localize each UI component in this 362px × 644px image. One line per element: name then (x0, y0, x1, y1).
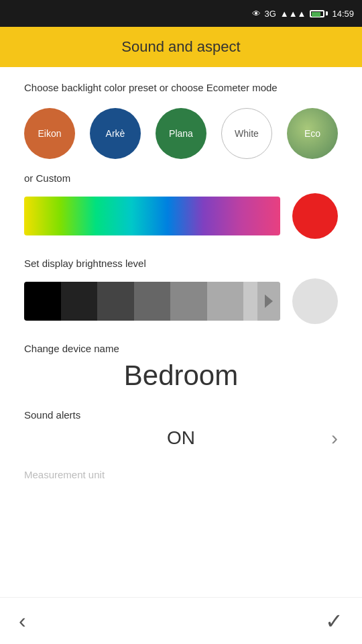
status-bar: 👁 3G ▲▲▲ 14:59 (0, 0, 362, 27)
bottom-nav: ‹ ✓ (0, 597, 362, 644)
sound-alerts-row: ON › (24, 427, 338, 449)
spectrum-picker[interactable] (24, 197, 280, 235)
main-content: Choose backlight color preset or choose … (0, 67, 362, 494)
preset-plana-label: Plana (169, 128, 193, 139)
sound-alerts-chevron[interactable]: › (331, 427, 338, 449)
custom-label: or Custom (24, 172, 338, 184)
preset-arke[interactable]: Arkè (90, 108, 141, 159)
brightness-thumb[interactable] (257, 282, 280, 321)
preset-eco[interactable]: Eco (287, 108, 338, 159)
brightness-knob[interactable] (292, 278, 338, 324)
color-presets-row: Eikon Arkè Plana White Eco (24, 108, 338, 159)
network-label: 3G (265, 9, 276, 19)
preset-eikon-label: Eikon (38, 128, 61, 139)
backlight-description: Choose backlight color preset or choose … (24, 80, 338, 95)
preset-plana[interactable]: Plana (156, 108, 206, 159)
device-name-value[interactable]: Bedroom (24, 360, 338, 392)
measurement-unit-label: Measurement unit (24, 469, 338, 480)
time-label: 14:59 (332, 9, 354, 19)
custom-color-row (24, 193, 338, 239)
preset-arke-label: Arkè (106, 128, 125, 139)
nav-back-button[interactable]: ‹ (19, 608, 26, 633)
brightness-row (24, 278, 338, 324)
nav-confirm-button[interactable]: ✓ (325, 608, 343, 634)
preset-white[interactable]: White (221, 108, 272, 159)
selected-color-swatch[interactable] (292, 193, 338, 239)
battery-icon (310, 10, 328, 17)
header: Sound and aspect (0, 27, 362, 67)
brightness-slider[interactable] (24, 282, 280, 321)
preset-white-label: White (235, 128, 259, 139)
bars-icon: ▲▲▲ (280, 9, 306, 19)
page-title: Sound and aspect (121, 38, 240, 56)
preset-eikon[interactable]: Eikon (24, 108, 75, 159)
sound-alerts-label: Sound alerts (24, 409, 338, 421)
preset-eco-label: Eco (304, 128, 320, 139)
sound-alerts-value: ON (24, 427, 338, 449)
signal-icon: 👁 (252, 9, 261, 19)
brightness-label: Set display brightness level (24, 258, 338, 269)
device-name-label: Change device name (24, 343, 338, 354)
